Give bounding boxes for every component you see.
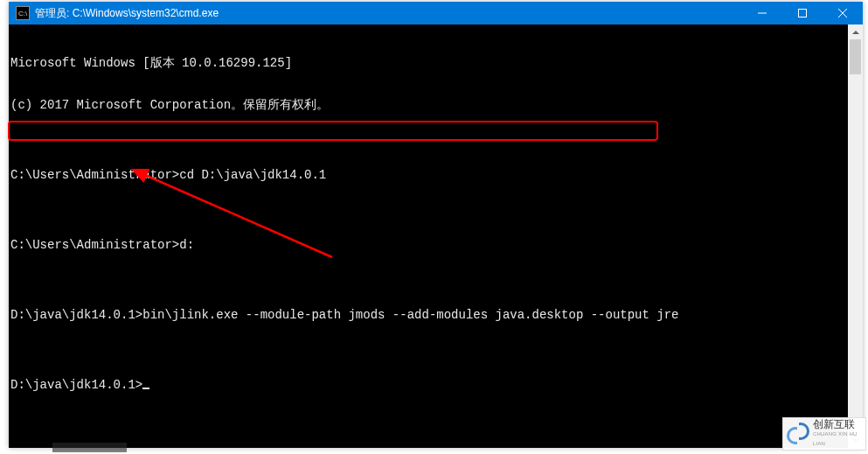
terminal-line: C:\Users\Administrator>cd D:\java\jdk14.… — [9, 168, 859, 182]
svg-rect-1 — [799, 10, 807, 17]
scrollbar[interactable] — [848, 24, 863, 448]
titlebar[interactable]: C:\ 管理员: C:\Windows\system32\cmd.exe — [9, 2, 863, 24]
background-fragment — [52, 443, 127, 452]
minimize-button[interactable] — [742, 2, 782, 24]
maximize-button[interactable] — [782, 2, 823, 24]
watermark-text-cn: 创新互联 — [813, 420, 862, 430]
watermark: 创新互联 CHUANG XIN HU LIAN — [782, 417, 866, 451]
cmd-icon: C:\ — [16, 6, 30, 20]
terminal-line: Microsoft Windows [版本 10.0.16299.125] — [9, 56, 859, 70]
annotation-highlight-box — [8, 121, 658, 141]
terminal-line: D:\java\jdk14.0.1>bin\jlink.exe --module… — [9, 308, 859, 322]
watermark-text-en: CHUANG XIN HU LIAN — [813, 430, 862, 449]
terminal-line: D:\java\jdk14.0.1> — [9, 378, 859, 392]
watermark-logo-icon — [787, 423, 809, 445]
cursor — [142, 388, 149, 389]
scroll-up-button[interactable] — [848, 24, 863, 39]
terminal-area[interactable]: Microsoft Windows [版本 10.0.16299.125] (c… — [9, 24, 863, 448]
scrollbar-thumb[interactable] — [850, 39, 861, 74]
terminal-line: C:\Users\Administrator>d: — [9, 238, 859, 252]
close-button[interactable] — [823, 2, 863, 24]
window-title: 管理员: C:\Windows\system32\cmd.exe — [35, 6, 219, 21]
cmd-window: C:\ 管理员: C:\Windows\system32\cmd.exe Mic… — [9, 2, 863, 448]
terminal-line: (c) 2017 Microsoft Corporation。保留所有权利。 — [9, 98, 859, 112]
